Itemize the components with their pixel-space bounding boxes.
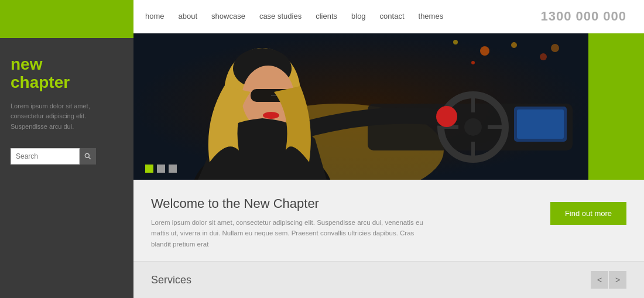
nav-item-about[interactable]: about <box>179 12 198 20</box>
svg-point-3 <box>480 46 489 56</box>
slider-dot-2[interactable] <box>157 165 165 173</box>
welcome-section: Welcome to the New Chapter Lorem ipsum d… <box>133 180 644 261</box>
next-arrow-icon: > <box>615 275 620 285</box>
welcome-text: Welcome to the New Chapter Lorem ipsum d… <box>151 196 539 249</box>
main-content: home about showcase case studies clients… <box>133 0 644 298</box>
svg-point-25 <box>263 112 279 119</box>
services-next-button[interactable]: > <box>609 271 626 289</box>
hero-area <box>133 33 644 180</box>
svg-point-0 <box>85 154 89 158</box>
nav-item-themes[interactable]: themes <box>419 12 444 20</box>
nav-item-showcase[interactable]: showcase <box>211 12 245 20</box>
welcome-description: Lorem ipsum dolor sit amet, consectetur … <box>151 217 432 249</box>
search-box <box>11 148 123 165</box>
svg-point-5 <box>540 53 547 60</box>
sidebar-bottom-dark: new chapter Lorem ipsum dolor sit amet, … <box>0 38 133 298</box>
phone-number: 1300 000 000 <box>540 9 626 24</box>
main-nav: home about showcase case studies clients… <box>145 12 443 20</box>
nav-item-contact[interactable]: contact <box>380 12 405 20</box>
search-input[interactable] <box>11 148 80 165</box>
svg-point-8 <box>471 61 475 64</box>
find-out-more-button[interactable]: Find out more <box>550 202 626 225</box>
search-icon <box>84 152 92 160</box>
slider-dot-3[interactable] <box>169 165 177 173</box>
nav-item-clients[interactable]: clients <box>316 12 337 20</box>
hero-green-panel <box>588 33 644 180</box>
slider-dots <box>145 165 177 173</box>
svg-point-6 <box>453 40 458 44</box>
welcome-title: Welcome to the New Chapter <box>151 196 539 211</box>
brand-name: new chapter <box>11 56 123 92</box>
slider-dot-1[interactable] <box>145 165 153 173</box>
sidebar: new chapter Lorem ipsum dolor sit amet, … <box>0 0 133 298</box>
svg-point-4 <box>511 42 517 48</box>
header: home about showcase case studies clients… <box>133 0 644 33</box>
services-prev-button[interactable]: < <box>591 271 608 289</box>
nav-item-home[interactable]: home <box>145 12 165 20</box>
nav-item-case-studies[interactable]: case studies <box>259 12 302 20</box>
sidebar-top-green <box>0 0 133 38</box>
svg-point-7 <box>551 44 559 52</box>
hero-scene <box>133 33 590 180</box>
services-title: Services <box>151 274 191 286</box>
svg-line-1 <box>88 157 90 159</box>
svg-point-26 <box>436 106 457 127</box>
search-button[interactable] <box>80 148 96 165</box>
prev-arrow-icon: < <box>597 275 602 285</box>
svg-point-12 <box>464 118 482 136</box>
page-wrapper: new chapter Lorem ipsum dolor sit amet, … <box>0 0 644 298</box>
nav-item-blog[interactable]: blog <box>351 12 366 20</box>
hero-image <box>133 33 644 180</box>
svg-rect-18 <box>517 109 564 139</box>
services-nav-arrows: < > <box>591 271 626 289</box>
brand-description: Lorem ipsum dolor sit amet, consectetur … <box>11 101 123 132</box>
services-section: Services < > <box>133 261 644 298</box>
